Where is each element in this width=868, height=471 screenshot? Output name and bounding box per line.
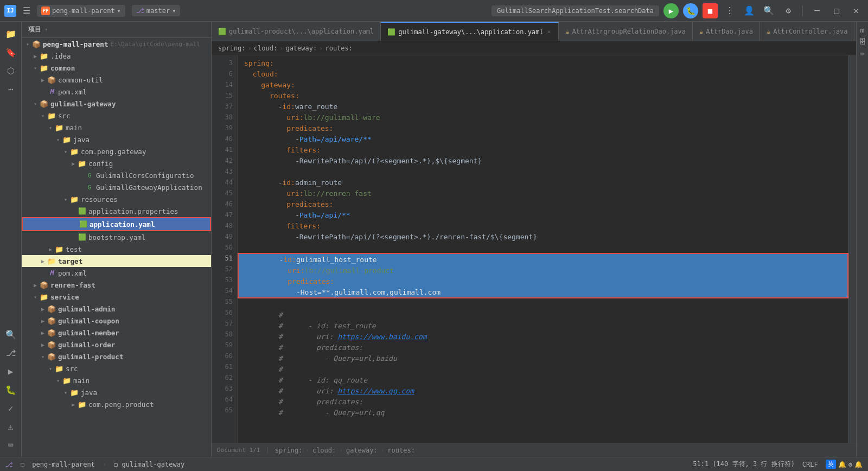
right-icon-1[interactable]: m [858, 25, 867, 35]
gateway-src-arrow[interactable]: ▾ [39, 113, 47, 119]
tree-gulimall-coupon[interactable]: ▶ 📦 gulimall-coupon [22, 315, 211, 327]
gateway-test-arrow[interactable]: ▶ [47, 246, 54, 252]
tree-gulimall-order[interactable]: ▶ 📦 gulimall-order [22, 339, 211, 351]
tree-product-java[interactable]: ▾ 📁 java [22, 386, 211, 398]
stop-button[interactable]: ■ [703, 3, 718, 18]
product-java-arrow[interactable]: ▾ [62, 390, 69, 396]
member-arrow[interactable]: ▶ [39, 330, 47, 336]
sidebar-icon-problems[interactable]: ⚠ [2, 418, 20, 435]
git-status-icon[interactable]: ⎇ [5, 461, 13, 468]
sidebar-icon-structure[interactable]: ⬡ [2, 62, 20, 79]
search-button[interactable]: 🔍 [761, 3, 776, 18]
tab-attrgroup[interactable]: ☕ AttrAttrgroupRelationDao.java [559, 22, 693, 41]
tree-gateway-target[interactable]: ▶ 📁 target [22, 255, 211, 267]
product-src-arrow[interactable]: ▾ [47, 366, 54, 372]
path-cloud[interactable]: cloud: [312, 447, 336, 454]
tree-product-main[interactable]: ▾ 📁 main [22, 374, 211, 386]
file-tree-content[interactable]: ▾ 📦 peng-mall-parent E:\Data\gitCode\pen… [22, 38, 211, 457]
common-arrow[interactable]: ▾ [31, 65, 39, 71]
tree-com-peng-gateway[interactable]: ▾ 📁 com.peng.gateway [22, 145, 211, 157]
sidebar-icon-debug[interactable]: 🐛 [2, 381, 20, 398]
order-arrow[interactable]: ▶ [39, 342, 47, 348]
tree-gulimall-product[interactable]: ▾ 📦 gulimall-product [22, 351, 211, 362]
tree-application-yaml[interactable]: 🟩 application.yaml [22, 217, 211, 231]
sidebar-icon-git[interactable]: ⎇ [2, 344, 20, 361]
path-routes[interactable]: routes: [387, 447, 415, 454]
run-config-label[interactable]: GulimallSearchApplicationTest.searchData [492, 5, 659, 16]
sidebar-icon-bookmark[interactable]: 🔖 [2, 43, 20, 61]
tree-service[interactable]: ▾ 📁 service [22, 291, 211, 303]
tree-gateway-pom[interactable]: M pom.xml [22, 267, 211, 279]
common-util-arrow[interactable]: ▶ [39, 77, 47, 83]
target-arrow[interactable]: ▶ [39, 258, 47, 264]
tree-gulimall-admin[interactable]: ▶ 📦 gulimall-admin [22, 303, 211, 315]
maximize-button[interactable]: □ [829, 3, 844, 18]
tree-gulimall-member[interactable]: ▶ 📦 gulimall-member [22, 327, 211, 339]
tree-com-peng-product[interactable]: ▶ 📁 com.peng.product [22, 398, 211, 410]
tab-attrdao[interactable]: ☕ AttrDao.java [693, 22, 760, 41]
tree-common-util[interactable]: ▶ 📦 common-util [22, 74, 211, 86]
tree-gateway-java[interactable]: ▾ 📁 java [22, 133, 211, 145]
project-selector[interactable]: PP peng-mall-parent ▾ [37, 5, 125, 17]
tree-gateway-app[interactable]: G GulimallGatewayApplication [22, 181, 211, 193]
close-button[interactable]: ✕ [848, 3, 864, 18]
tree-common-pom[interactable]: M pom.xml [22, 86, 211, 98]
sidebar-icon-search[interactable]: 🔍 [2, 326, 20, 343]
gateway-main-arrow[interactable]: ▾ [47, 125, 54, 131]
branch-selector[interactable]: ⎇ master ▾ [132, 5, 181, 16]
path-gateway[interactable]: gateway: [346, 447, 378, 454]
code-content[interactable]: spring: cloud: gateway: routes: - id: wa… [238, 55, 848, 443]
service-arrow[interactable]: ▾ [31, 294, 39, 300]
idea-arrow[interactable]: ▶ [31, 53, 39, 59]
tree-application-properties[interactable]: 🟩 application.properties [22, 205, 211, 217]
debug-button[interactable]: 🐛 [683, 3, 698, 18]
path-spring[interactable]: spring: [275, 447, 303, 454]
tree-bootstrap-yaml[interactable]: 🟩 bootstrap.yaml [22, 231, 211, 243]
tree-gulimall-gateway[interactable]: ▾ 📦 gulimall-gateway [22, 98, 211, 110]
settings-button[interactable]: ⚙ [781, 3, 796, 18]
editor-scrollbar[interactable] [848, 55, 856, 443]
user-button[interactable]: 👤 [742, 3, 757, 18]
tree-root[interactable]: ▾ 📦 peng-mall-parent E:\Data\gitCode\pen… [22, 38, 211, 50]
tree-idea[interactable]: ▶ 📁 .idea [22, 50, 211, 62]
renren-arrow[interactable]: ▶ [31, 282, 39, 288]
tree-gateway-resources[interactable]: ▾ 📁 resources [22, 193, 211, 205]
coupon-arrow[interactable]: ▶ [39, 318, 47, 324]
tab-product-yaml[interactable]: 🟩 gulimall-product\...\application.yaml [212, 22, 381, 41]
right-icon-database[interactable]: 🗄 [858, 37, 867, 47]
more-options-button[interactable]: ⋮ [722, 3, 737, 18]
tree-gateway-test[interactable]: ▶ 📁 test [22, 243, 211, 255]
product-main-arrow[interactable]: ▾ [54, 378, 62, 384]
root-arrow[interactable]: ▾ [24, 41, 31, 47]
line-ending[interactable]: CRLF [802, 461, 818, 468]
resources-arrow[interactable]: ▾ [62, 196, 69, 202]
notification-icon[interactable]: 🔔 [854, 461, 863, 468]
minimize-button[interactable]: ─ [809, 3, 825, 18]
tab-attrcontroller[interactable]: ☕ AttrController.java [760, 22, 855, 41]
sidebar-icon-todo[interactable]: ✓ [2, 399, 20, 417]
com-peng-gateway-arrow[interactable]: ▾ [62, 149, 69, 155]
tree-product-src[interactable]: ▾ 📁 src [22, 362, 211, 374]
tab-gateway-yaml[interactable]: 🟩 gulimall-gateway\...\application.yaml … [381, 22, 559, 41]
product-arrow[interactable]: ▾ [39, 354, 47, 360]
hamburger-menu[interactable]: ☰ [21, 3, 33, 18]
header-down-arrow[interactable]: ▾ [44, 26, 48, 33]
run-button[interactable]: ▶ [663, 3, 679, 18]
right-icon-terminal[interactable]: ⌨ [858, 49, 867, 59]
admin-arrow[interactable]: ▶ [39, 306, 47, 312]
config-arrow[interactable]: ▶ [69, 161, 77, 167]
tree-gateway-main[interactable]: ▾ 📁 main [22, 122, 211, 133]
product-pkg-arrow[interactable]: ▶ [69, 402, 77, 408]
sidebar-icon-run[interactable]: ▶ [2, 362, 20, 380]
tab-gateway-yaml-close[interactable]: ✕ [546, 27, 552, 36]
sidebar-icon-project[interactable]: 📁 [2, 25, 20, 42]
gateway-arrow[interactable]: ▾ [31, 101, 39, 107]
gateway-java-arrow[interactable]: ▾ [54, 137, 62, 143]
tree-config[interactable]: ▶ 📁 config [22, 157, 211, 169]
sidebar-icon-more[interactable]: ⋯ [2, 80, 20, 98]
sidebar-icon-terminal[interactable]: ⌨ [2, 436, 20, 454]
tree-renren-fast[interactable]: ▶ 📦 renren-fast [22, 279, 211, 291]
tree-common[interactable]: ▾ 📁 common [22, 62, 211, 74]
tree-gateway-src[interactable]: ▾ 📁 src [22, 110, 211, 122]
tree-cors-config[interactable]: G GulimallCorsConfiguratio [22, 169, 211, 181]
